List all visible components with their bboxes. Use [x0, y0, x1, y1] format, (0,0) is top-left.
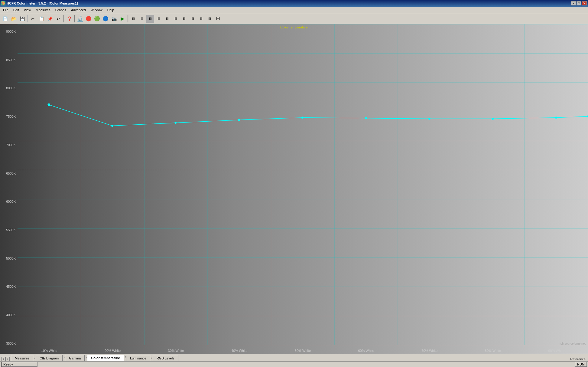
x-axis-labels: 10% White 20% White 30% White 40% White … [18, 349, 588, 352]
camera-button[interactable]: 📷 [110, 15, 118, 23]
y-label-8000: 8000K [0, 86, 18, 90]
save-button[interactable]: 💾 [18, 15, 26, 23]
title-bar-controls: − □ ✕ [571, 1, 587, 5]
data-point-6 [365, 117, 367, 119]
y-axis: 9000K 8500K 8000K 7500K 7000K 6500K 6000… [0, 30, 18, 345]
toolbar-sep-4 [128, 15, 128, 22]
cut-button[interactable]: ✂ [29, 15, 37, 23]
view-btn-6[interactable]: 🖥 [172, 15, 180, 23]
tab-gamma[interactable]: Gamma [65, 355, 85, 361]
view-btn-9[interactable]: 🖥 [197, 15, 205, 23]
menu-help[interactable]: Help [105, 8, 117, 12]
toolbar-sep-2 [63, 15, 64, 22]
view-btn-11[interactable]: 🎞 [214, 15, 222, 23]
tab-measures[interactable]: Measures [11, 355, 33, 361]
play-button[interactable]: ▶ [119, 15, 126, 23]
title-bar: 🎨 HCFR Colorimeter - 3.5.2 - [Color Meas… [0, 0, 588, 7]
menu-advanced[interactable]: Advanced [69, 8, 88, 12]
x-label-60: 60% White [358, 349, 374, 352]
tab-luminance[interactable]: Luminance [126, 355, 150, 361]
help-button[interactable]: ❓ [65, 15, 73, 23]
open-button[interactable]: 📂 [10, 15, 18, 23]
menu-file[interactable]: File [1, 8, 11, 12]
status-ready: Ready [1, 362, 37, 367]
menu-measures[interactable]: Measures [33, 8, 53, 12]
colorimeter-button[interactable]: 🔬 [76, 15, 84, 23]
y-label-6500: 6500K [0, 172, 18, 175]
data-point-3 [175, 122, 177, 124]
data-point-5 [301, 117, 303, 119]
view-btn-4[interactable]: 🖥 [155, 15, 163, 23]
tab-nav-left[interactable]: ◄ [1, 357, 5, 361]
x-label-40: 40% White [231, 349, 247, 352]
y-label-9000: 9000K [0, 30, 18, 33]
undo-button[interactable]: ↩ [54, 15, 62, 23]
rgb-button[interactable]: 🔴 [85, 15, 93, 23]
menu-graphs[interactable]: Graphs [53, 8, 69, 12]
color2-button[interactable]: 🔵 [102, 15, 109, 23]
data-point-1 [48, 103, 50, 106]
window-title: HCFR Colorimeter - 3.5.2 - [Color Measur… [7, 2, 78, 5]
x-label-10: 10% White [41, 349, 57, 352]
tab-bar: ◄ ► Measures › CIE Diagram › Gamma › Col… [0, 354, 588, 361]
menu-bar: File Edit View Measures Graphs Advanced … [0, 7, 588, 13]
copy-button[interactable]: 📋 [37, 15, 45, 23]
x-label-50: 50% White [295, 349, 311, 352]
minimize-button[interactable]: − [571, 1, 576, 5]
x-label-90: 90% White [548, 349, 564, 352]
menu-window[interactable]: Window [88, 8, 105, 12]
y-label-5500: 5500K [0, 228, 18, 232]
data-point-2 [111, 125, 113, 127]
y-label-3500: 3500K [0, 342, 18, 345]
tab-nav: ◄ ► [1, 357, 10, 361]
y-label-7000: 7000K [0, 143, 18, 147]
y-label-8500: 8500K [0, 58, 18, 62]
chart-area: Color Temperature 9000K 8500K 8000K 7500… [0, 24, 588, 354]
x-label-30: 30% White [168, 349, 184, 352]
tab-rgb-levels[interactable]: RGB Levels [153, 355, 178, 361]
toolbar-sep-1 [27, 15, 28, 22]
data-point-4 [238, 119, 240, 121]
chart-source-label: hcfr.sourceforge.net [559, 342, 586, 345]
toolbar-sep-3 [74, 15, 75, 22]
tab-cie-diagram[interactable]: CIE Diagram [36, 355, 63, 361]
data-point-9 [555, 117, 557, 119]
view-btn-7[interactable]: 🖥 [180, 15, 188, 23]
x-label-80: 80% White [485, 349, 501, 352]
new-button[interactable]: 📄 [1, 15, 9, 23]
y-label-4500: 4500K [0, 285, 18, 288]
menu-edit[interactable]: Edit [11, 8, 21, 12]
view-btn-1[interactable]: 🖥 [129, 15, 137, 23]
paste-button[interactable]: 📌 [46, 15, 54, 23]
x-label-70: 70% White [421, 349, 437, 352]
data-point-8 [492, 118, 494, 120]
status-num: NUM [575, 362, 587, 367]
view-btn-2[interactable]: 🖥 [138, 15, 146, 23]
y-label-7500: 7500K [0, 115, 18, 118]
view-btn-3[interactable]: 🖥 [146, 15, 154, 23]
tab-nav-right[interactable]: ► [5, 357, 10, 361]
x-label-20: 20% White [105, 349, 121, 352]
reference-label: Reference [570, 357, 588, 361]
tab-color-temperature[interactable]: Color temperature [87, 355, 124, 361]
app-icon: 🎨 [1, 1, 5, 5]
chart-svg [18, 24, 588, 345]
data-point-7 [428, 118, 430, 120]
color1-button[interactable]: 🟢 [93, 15, 101, 23]
y-label-6000: 6000K [0, 200, 18, 203]
close-button[interactable]: ✕ [582, 1, 587, 5]
status-bar: Ready NUM [0, 361, 588, 367]
view-btn-10[interactable]: 🖥 [206, 15, 213, 23]
toolbar: 📄 📂 💾 ✂ 📋 📌 ↩ ❓ 🔬 🔴 🟢 🔵 📷 ▶ 🖥 🖥 🖥 🖥 🖥 🖥 … [0, 13, 588, 24]
temperature-data-line [49, 105, 588, 126]
view-btn-8[interactable]: 🖥 [189, 15, 197, 23]
restore-button[interactable]: □ [577, 1, 581, 5]
y-label-5000: 5000K [0, 257, 18, 260]
y-label-4000: 4000K [0, 313, 18, 317]
menu-view[interactable]: View [21, 8, 34, 12]
view-btn-5[interactable]: 🖥 [163, 15, 171, 23]
